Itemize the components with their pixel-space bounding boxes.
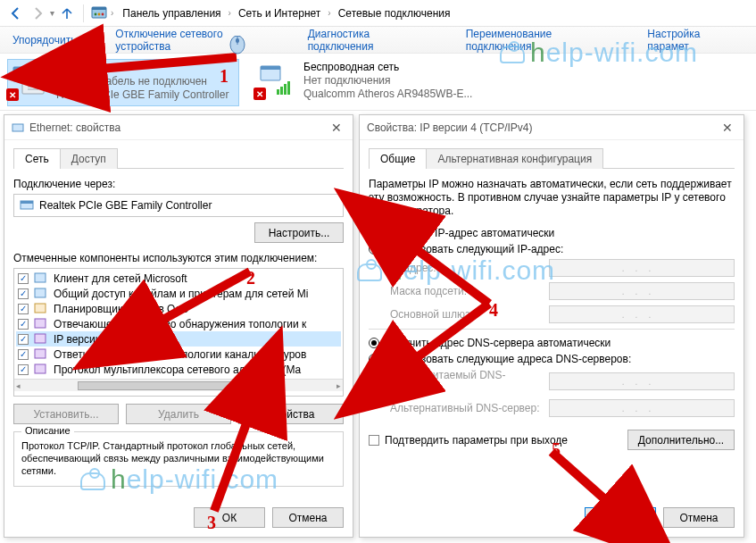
svg-rect-22 <box>35 349 46 358</box>
ip-address-input: ... <box>549 259 735 277</box>
breadcrumb-item[interactable]: Сетевые подключения <box>336 5 453 21</box>
nic-icon <box>20 199 34 212</box>
cancel-button[interactable]: Отмена <box>663 507 735 528</box>
radio-dns-manual[interactable]: Использовать следующие адреса DNS-сервер… <box>369 353 735 365</box>
connect-via-label: Подключение через: <box>13 178 344 190</box>
recent-dropdown[interactable]: ▾ <box>50 8 54 18</box>
up-button[interactable] <box>56 3 78 24</box>
component-name: Протокол мультиплексора сетевого адаптер… <box>54 363 301 376</box>
dns1-label: Предпочитаемый DNS-сервер: <box>390 369 542 394</box>
breadcrumb: Панель управления › Сеть и Интернет › Се… <box>120 5 452 21</box>
tab-access[interactable]: Доступ <box>60 148 118 169</box>
radio-icon <box>369 354 379 364</box>
back-button[interactable] <box>5 3 27 24</box>
radio-ip-auto[interactable]: Получить IP-адрес автоматически <box>369 227 735 239</box>
components-label: Отмеченные компоненты используются этим … <box>13 252 344 264</box>
properties-button[interactable]: Свойства <box>238 404 344 424</box>
cancel-button[interactable]: Отмена <box>272 507 344 528</box>
svg-rect-18 <box>35 288 46 297</box>
close-button[interactable]: ✕ <box>719 121 736 135</box>
close-button[interactable]: ✕ <box>328 121 345 135</box>
confirm-on-exit-checkbox[interactable]: Подтвердить параметры при выходе Дополни… <box>369 430 735 450</box>
disable-device-button[interactable]: Отключение сетевого устройства <box>115 28 278 53</box>
chevron-right-icon: › <box>328 8 330 18</box>
radio-icon <box>369 338 379 348</box>
list-item[interactable]: ✓Планировщик пакетов QoS <box>16 301 341 316</box>
connection-item-ethernet[interactable]: ✕ Ethernet Сетевой кабель не подключен R… <box>7 59 239 106</box>
component-name: Планировщик пакетов QoS <box>54 303 188 315</box>
watermark: help-wifi.com <box>500 38 698 68</box>
connection-title: Беспроводная сеть <box>303 61 472 74</box>
subnet-mask-label: Маска подсети: <box>390 285 542 297</box>
svg-point-4 <box>102 13 104 15</box>
connection-title: Ethernet <box>56 62 228 75</box>
disable-label: Отключение сетевого устройства <box>115 28 278 53</box>
wifi-logo-icon <box>500 46 525 63</box>
organize-menu[interactable]: Упорядочить▼ <box>12 34 87 46</box>
svg-rect-19 <box>35 304 46 313</box>
adapter-field: Realtek PCIe GBE Family Controller <box>13 194 344 217</box>
list-item[interactable]: ✓Клиент для сетей Microsoft <box>16 271 341 286</box>
tab-alternative[interactable]: Альтернативная конфигурация <box>426 148 603 169</box>
svg-rect-9 <box>261 66 280 70</box>
diagnose-button[interactable]: Диагностика подключения <box>308 28 437 53</box>
dialog-title: Ethernet: свойства <box>29 121 120 134</box>
error-badge-icon: ✕ <box>253 88 266 100</box>
ok-button[interactable]: ОК <box>194 507 265 528</box>
list-item[interactable]: ✓Ответчик обнаружения топологии канально… <box>16 347 341 362</box>
ok-button[interactable]: ОК <box>585 507 656 528</box>
tab-general[interactable]: Общие <box>369 148 427 169</box>
svg-rect-17 <box>35 273 46 282</box>
dns2-label: Альтернативный DNS-сервер: <box>390 402 542 414</box>
svg-rect-23 <box>35 364 46 373</box>
remove-button[interactable]: Удалить <box>126 404 231 424</box>
components-list[interactable]: ✓Клиент для сетей Microsoft ✓Общий досту… <box>13 268 344 397</box>
radio-label: Использовать следующие адреса DNS-сервер… <box>385 353 631 365</box>
tab-network[interactable]: Сеть <box>13 148 61 169</box>
checkbox-label: Подтвердить параметры при выходе <box>385 434 568 447</box>
breadcrumb-item[interactable]: Сеть и Интернет <box>237 5 322 21</box>
svg-point-2 <box>95 13 97 15</box>
wifi-logo-icon <box>357 263 382 281</box>
radio-dns-auto[interactable]: Получить адрес DNS-сервера автоматически <box>369 337 735 349</box>
svg-rect-6 <box>13 67 33 71</box>
ethernet-icon: ✕ <box>10 62 47 99</box>
configure-button[interactable]: Настроить... <box>254 222 344 243</box>
horizontal-scrollbar[interactable]: ◂▸ <box>14 379 343 391</box>
gateway-input: ... <box>549 305 735 323</box>
error-badge-icon: ✕ <box>6 88 19 101</box>
advanced-button[interactable]: Дополнительно... <box>627 430 735 450</box>
chevron-right-icon: › <box>111 8 113 18</box>
component-name: Ответчик обнаружения топологии канальног… <box>54 348 306 361</box>
svg-rect-7 <box>22 83 44 94</box>
component-name: Отвечающее устройство обнаружения тополо… <box>54 318 306 330</box>
svg-rect-21 <box>35 334 46 343</box>
svg-rect-10 <box>277 89 279 95</box>
component-name: Клиент для сетей Microsoft <box>54 272 187 285</box>
description-heading: Описание <box>21 425 74 436</box>
radio-label: Получить адрес DNS-сервера автоматически <box>385 337 611 349</box>
list-item[interactable]: ✓Протокол мультиплексора сетевого адапте… <box>16 362 341 377</box>
svg-rect-11 <box>280 87 283 95</box>
diagnose-label: Диагностика подключения <box>308 28 437 53</box>
connection-item-wifi[interactable]: ✕ Беспроводная сеть Нет подключения Qual… <box>255 59 487 106</box>
watermark: help-wifi.com <box>357 255 555 286</box>
list-item[interactable]: ✓Общий доступ к файлам и принтерам для с… <box>16 286 341 301</box>
address-bar: ▾ › Панель управления › Сеть и Интернет … <box>0 0 756 27</box>
radio-label: Получить IP-адрес автоматически <box>385 227 554 239</box>
connection-status: Нет подключения <box>303 74 472 88</box>
checkbox-icon <box>369 435 379 446</box>
dialog-title: Свойства: IP версии 4 (TCP/IPv4) <box>367 121 533 134</box>
forward-button[interactable] <box>27 3 48 24</box>
list-item[interactable]: ✓Отвечающее устройство обнаружения топол… <box>16 316 341 331</box>
radio-icon <box>369 228 379 238</box>
connection-adapter: Realtek PCIe GBE Family Controller <box>56 88 228 102</box>
watermark: help-wifi.com <box>80 464 278 495</box>
install-button[interactable]: Установить... <box>13 404 119 424</box>
component-name: Общий доступ к файлам и принтерам для се… <box>54 288 308 300</box>
radio-ip-manual[interactable]: Использовать следующий IP-адрес: <box>369 243 735 255</box>
adapter-icon <box>12 121 24 134</box>
radio-icon <box>369 244 379 255</box>
breadcrumb-item[interactable]: Панель управления <box>120 5 222 21</box>
list-item-ipv4[interactable]: ✓IP версии 4 (TCP/IPv4) <box>16 331 341 347</box>
